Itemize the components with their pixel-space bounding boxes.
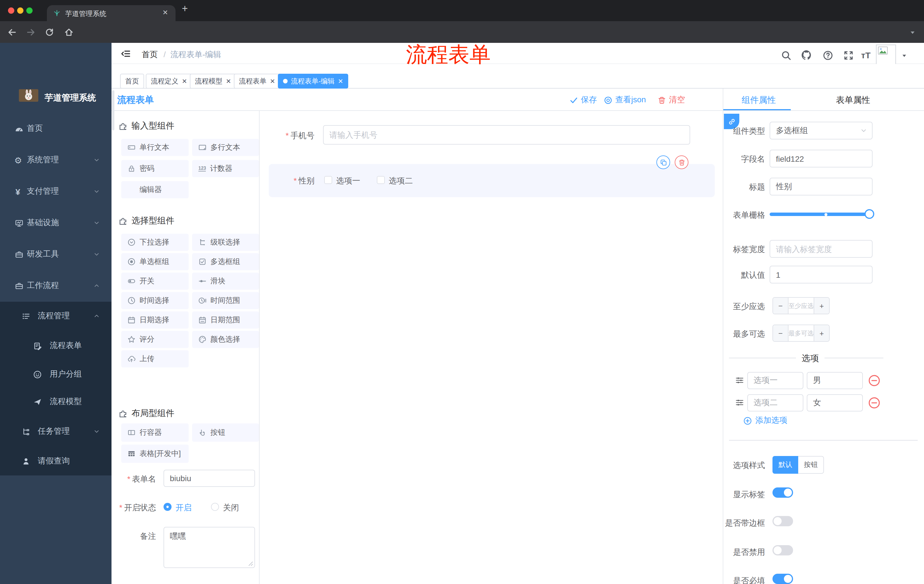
palette-item-cascader[interactable]: 级联选择 — [192, 234, 259, 251]
add-option-link[interactable]: 添加选项 — [743, 415, 787, 426]
option1-label-input[interactable] — [747, 372, 804, 389]
sidebar-item-infrastructure[interactable]: 基础设施 — [0, 209, 112, 237]
title-input[interactable] — [770, 178, 873, 196]
palette-item-date-range[interactable]: 日期范围 — [192, 311, 259, 329]
status-radio-off[interactable] — [211, 503, 219, 511]
show-label-toggle[interactable] — [772, 487, 793, 498]
option1-value-input[interactable] — [807, 372, 863, 389]
sidebar-item-process-form[interactable]: 流程表单 — [0, 331, 112, 360]
sidebar-fold-icon[interactable] — [120, 49, 131, 59]
sidebar-item-user-group[interactable]: 用户分组 — [0, 360, 112, 388]
default-value-input[interactable] — [770, 266, 873, 283]
delete-component-button[interactable] — [675, 155, 688, 169]
avatar[interactable] — [876, 44, 896, 64]
palette-item-password[interactable]: 密码 — [121, 160, 189, 177]
github-icon[interactable] — [801, 50, 812, 61]
palette-item-time-picker[interactable]: 时间选择 — [121, 292, 189, 309]
palette-item-table[interactable]: 表格[开发中] — [121, 444, 189, 463]
sidebar-item-workflow[interactable]: 工作流程 — [0, 271, 112, 300]
palette-item-time-range[interactable]: 时间范围 — [192, 292, 259, 309]
gender-option2-checkbox[interactable] — [377, 176, 385, 184]
label-width-input[interactable] — [770, 240, 873, 258]
sidebar-item-process-model[interactable]: 流程模型 — [0, 387, 112, 416]
clear-button[interactable]: 清空 — [658, 95, 685, 105]
gender-option1-checkbox[interactable] — [324, 176, 332, 184]
palette-item-editor[interactable]: 编辑器 — [121, 181, 189, 198]
browser-tab[interactable]: 芋道管理系统 ✕ — [47, 5, 175, 21]
help-icon[interactable] — [823, 50, 833, 61]
drag-option-icon[interactable] — [735, 376, 744, 385]
palette-item-counter[interactable]: 123计数器 — [192, 160, 259, 177]
copy-component-button[interactable] — [657, 155, 670, 169]
stepper-increase-button[interactable]: + — [813, 325, 829, 341]
sidebar-item-leave-query[interactable]: 请假查询 — [0, 447, 112, 475]
disabled-toggle[interactable] — [772, 545, 793, 555]
style-button-button[interactable]: 按钮 — [798, 456, 824, 474]
back-icon[interactable] — [7, 28, 17, 37]
option2-value-input[interactable] — [807, 394, 863, 411]
tag-process-form[interactable]: 流程表单✕ — [234, 74, 280, 89]
tag-home[interactable]: 首页 — [120, 74, 144, 89]
close-tag-icon[interactable]: ✕ — [270, 78, 275, 84]
form-name-input[interactable] — [163, 470, 255, 487]
view-json-button[interactable]: 查看json — [604, 95, 646, 105]
macos-close-button[interactable] — [8, 7, 14, 14]
close-tab-icon[interactable]: ✕ — [162, 8, 168, 16]
palette-item-radio-group[interactable]: 单选框组 — [121, 253, 189, 270]
palette-item-single-text[interactable]: 单行文本 — [121, 139, 189, 156]
palette-item-upload[interactable]: 上传 — [121, 350, 189, 367]
breadcrumb-home[interactable]: 首页 — [142, 50, 158, 60]
close-tag-icon[interactable]: ✕ — [226, 78, 231, 84]
tag-process-model[interactable]: 流程模型✕ — [190, 74, 236, 89]
palette-item-button[interactable]: 按钮 — [192, 423, 259, 442]
phone-input[interactable] — [323, 125, 690, 145]
palette-item-date-picker[interactable]: 日期选择 — [121, 311, 189, 329]
palette-item-color-picker[interactable]: 颜色选择 — [192, 331, 259, 348]
palette-item-switch[interactable]: 开关 — [121, 273, 189, 290]
border-toggle[interactable] — [772, 516, 793, 526]
remark-textarea[interactable]: 嘿嘿 — [163, 527, 255, 568]
font-size-icon[interactable]: тT — [861, 50, 871, 60]
selected-component-block[interactable] — [269, 164, 715, 197]
sidebar-item-process-management[interactable]: 流程管理 — [0, 302, 112, 330]
stepper-decrease-button[interactable]: − — [773, 325, 789, 341]
required-toggle[interactable] — [772, 574, 793, 584]
palette-item-rate[interactable]: 评分 — [121, 331, 189, 348]
resize-handle-icon[interactable] — [248, 561, 253, 566]
search-icon[interactable] — [781, 50, 791, 61]
home-icon[interactable] — [64, 28, 74, 37]
avatar-caret-icon[interactable] — [901, 53, 908, 59]
remove-option-icon[interactable] — [868, 396, 881, 409]
palette-item-slider[interactable]: 滑块 — [192, 273, 259, 290]
reload-icon[interactable] — [45, 28, 54, 37]
palette-item-select[interactable]: 下拉选择 — [121, 234, 189, 251]
field-name-input[interactable] — [770, 150, 873, 168]
sidebar-item-devtools[interactable]: 研发工具 — [0, 240, 112, 268]
tag-process-definition[interactable]: 流程定义✕ — [146, 74, 192, 89]
sidebar-item-home[interactable]: 首页 — [0, 114, 112, 143]
palette-item-multi-text[interactable]: 多行文本 — [192, 139, 259, 156]
browser-dropdown-caret-icon[interactable] — [909, 29, 916, 36]
save-button[interactable]: 保存 — [569, 95, 597, 105]
macos-minimize-button[interactable] — [17, 7, 23, 14]
tab-component-props[interactable]: 组件属性 — [742, 95, 776, 106]
option2-label-input[interactable] — [747, 394, 804, 411]
remove-option-icon[interactable] — [868, 374, 881, 387]
palette-item-row-container[interactable]: 行容器 — [121, 423, 189, 442]
tab-form-props[interactable]: 表单属性 — [836, 95, 870, 106]
sidebar-item-payment[interactable]: ¥ 支付管理 — [0, 177, 112, 206]
gender-option2-label[interactable]: 选项二 — [389, 176, 413, 186]
slider-handle[interactable] — [865, 209, 874, 219]
status-off-label[interactable]: 关闭 — [223, 503, 239, 513]
component-type-select[interactable]: 多选框组 — [770, 122, 873, 140]
sidebar-item-task-management[interactable]: 任务管理 — [0, 417, 112, 446]
close-tag-icon[interactable]: ✕ — [182, 78, 187, 84]
stepper-decrease-button[interactable]: − — [773, 298, 789, 314]
status-on-label[interactable]: 开启 — [175, 503, 191, 513]
palette-item-checkbox-group[interactable]: 多选框组 — [192, 253, 259, 270]
fullscreen-icon[interactable] — [843, 50, 854, 61]
tag-process-form-edit[interactable]: 流程表单-编辑✕ — [278, 74, 348, 89]
grid-slider[interactable] — [770, 212, 874, 216]
new-tab-button[interactable]: + — [182, 3, 188, 14]
gender-option1-label[interactable]: 选项一 — [336, 176, 360, 186]
